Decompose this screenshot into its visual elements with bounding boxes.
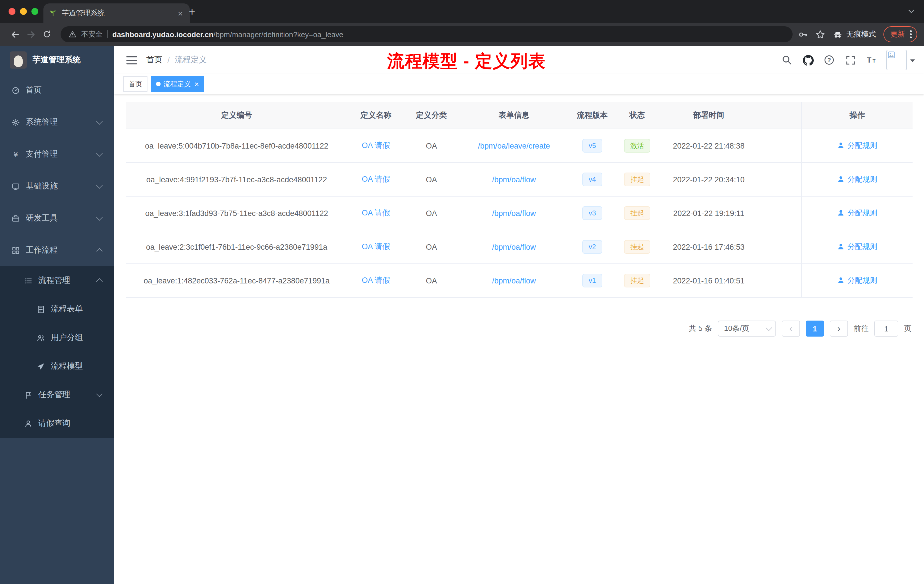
incognito-badge: 无痕模式	[833, 29, 876, 40]
definition-id: oa_leave:2:3c1f0ef1-76b1-11ec-9c66-a2380…	[126, 230, 348, 264]
form-link[interactable]: /bpm/oa/flow	[492, 175, 536, 184]
version-cell: v2	[569, 230, 615, 264]
address-bar[interactable]: 不安全 dashboard.yudao.iocoder.cn/bpm/manag…	[61, 26, 792, 42]
action-cell: 分配规则	[802, 264, 912, 297]
update-label: 更新	[890, 29, 905, 40]
password-key-icon[interactable]	[798, 30, 808, 39]
chevron-down-icon	[96, 391, 103, 397]
user-avatar-menu[interactable]	[886, 50, 915, 70]
column-header: 定义分类	[404, 102, 459, 129]
update-chrome-button[interactable]: 更新	[883, 26, 917, 42]
chevron-up-icon	[96, 278, 103, 285]
sidebar-menu: 首页系统管理¥支付管理基础设施研发工具工作流程流程管理流程表单用户分组流程模型任…	[0, 74, 114, 584]
pagination: 共 5 条 10条/页 ‹ 1 › 前往 页	[126, 320, 912, 337]
sidebar-item[interactable]: 基础设施	[0, 170, 114, 202]
page-suffix: 页	[904, 323, 911, 334]
sidebar-item-label: 请假查询	[38, 418, 70, 429]
definition-name-link[interactable]: OA 请假	[362, 276, 390, 285]
assign-rule-link[interactable]: 分配规则	[837, 242, 877, 252]
gear-icon	[12, 118, 20, 127]
sidebar-item[interactable]: 流程表单	[0, 295, 114, 323]
column-header: 表单信息	[459, 102, 569, 129]
tab-search-chevron-icon[interactable]	[908, 6, 915, 16]
fullscreen-icon[interactable]	[844, 54, 856, 66]
sidebar-item[interactable]: 工作流程	[0, 234, 114, 266]
form-link[interactable]: /bpm/oa/flow	[492, 276, 536, 285]
view-tag[interactable]: 首页	[124, 76, 147, 92]
column-header: 定义名称	[348, 102, 404, 129]
breadcrumb: 首页 / 流程定义	[146, 55, 207, 65]
table-row: oa_leave:1:482ec033-762a-11ec-8477-a2380…	[126, 264, 912, 297]
text-size-icon[interactable]: TT	[865, 54, 878, 66]
minimize-window-button[interactable]	[20, 8, 27, 15]
forward-button[interactable]	[23, 26, 39, 42]
model-icon	[36, 362, 45, 371]
search-icon[interactable]	[780, 54, 793, 66]
hamburger-icon[interactable]	[124, 52, 139, 68]
form-link[interactable]: /bpm/oa/flow	[492, 243, 536, 251]
assign-rule-link[interactable]: 分配规则	[837, 174, 877, 185]
warning-triangle-icon	[69, 30, 77, 38]
view-tag[interactable]: 流程定义×	[151, 76, 204, 92]
form-cell: /bpm/oa/flow	[459, 264, 569, 297]
definition-name-link[interactable]: OA 请假	[362, 141, 390, 150]
definition-category: OA	[404, 129, 459, 163]
form-link[interactable]: /bpm/oa/leave/create	[478, 142, 550, 150]
sidebar-item[interactable]: 研发工具	[0, 202, 114, 234]
github-icon[interactable]	[802, 54, 814, 66]
sidebar-item[interactable]: 流程管理	[0, 266, 114, 295]
assign-rule-link[interactable]: 分配规则	[837, 140, 877, 151]
sidebar-item[interactable]: 用户分组	[0, 323, 114, 352]
close-window-button[interactable]	[8, 8, 15, 15]
assign-rule-link[interactable]: 分配规则	[837, 276, 877, 286]
incognito-label: 无痕模式	[846, 29, 876, 40]
list-icon	[24, 276, 33, 285]
page-size-select[interactable]: 10条/页	[718, 320, 776, 337]
zoom-window-button[interactable]	[31, 8, 38, 15]
pagination-total: 共 5 条	[689, 323, 712, 334]
back-button[interactable]	[7, 26, 23, 42]
definition-name-link[interactable]: OA 请假	[362, 209, 390, 217]
page-1-button[interactable]: 1	[806, 320, 824, 337]
breadcrumb-home[interactable]: 首页	[146, 55, 162, 65]
group-icon	[36, 333, 45, 342]
goto-page-input[interactable]	[874, 320, 898, 337]
definition-name-link[interactable]: OA 请假	[362, 175, 390, 183]
close-tab-icon[interactable]: ×	[177, 9, 184, 17]
close-tag-icon[interactable]: ×	[194, 80, 199, 88]
bookmark-star-icon[interactable]	[815, 30, 825, 39]
action-cell: 分配规则	[802, 230, 912, 264]
form-link[interactable]: /bpm/oa/flow	[492, 209, 536, 218]
next-page-button[interactable]: ›	[830, 320, 848, 337]
infra-icon	[12, 182, 20, 191]
table-row: oa_leave:4:991f2193-7b7f-11ec-a3c8-acde4…	[126, 163, 912, 196]
row-spacer	[758, 129, 802, 163]
sidebar-item[interactable]: ¥支付管理	[0, 138, 114, 170]
definition-id: oa_leave:3:1fad3d93-7b75-11ec-a3c8-acde4…	[126, 196, 348, 230]
sidebar-logo: 芋道管理系统	[0, 46, 114, 74]
browser-tab[interactable]: 芋道管理系统 ×	[43, 3, 190, 23]
action-cell: 分配规则	[802, 196, 912, 230]
security-label[interactable]: 不安全	[81, 30, 102, 39]
column-header: 操作	[802, 102, 912, 129]
sidebar-item[interactable]: 系统管理	[0, 106, 114, 138]
assign-rule-link[interactable]: 分配规则	[837, 208, 877, 218]
version-badge: v3	[582, 206, 602, 220]
column-header: 流程版本	[569, 102, 615, 129]
status-badge: 挂起	[624, 240, 650, 254]
breadcrumb-separator: /	[167, 55, 170, 64]
definition-name-link[interactable]: OA 请假	[362, 242, 390, 251]
prev-page-button[interactable]: ‹	[782, 320, 800, 337]
kebab-menu-icon[interactable]	[908, 30, 914, 39]
logo-title: 芋道管理系统	[33, 55, 81, 65]
deploy-time: 2022-01-16 01:40:51	[659, 264, 758, 297]
sidebar-item[interactable]: 请假查询	[0, 409, 114, 438]
user-icon	[837, 243, 845, 251]
sidebar-item-label: 流程管理	[38, 276, 70, 286]
reload-button[interactable]	[39, 26, 55, 42]
help-icon[interactable]: ?	[823, 54, 835, 66]
new-tab-button[interactable]: +	[184, 4, 200, 20]
sidebar-item[interactable]: 首页	[0, 74, 114, 106]
sidebar-item[interactable]: 流程模型	[0, 352, 114, 381]
sidebar-item[interactable]: 任务管理	[0, 381, 114, 409]
